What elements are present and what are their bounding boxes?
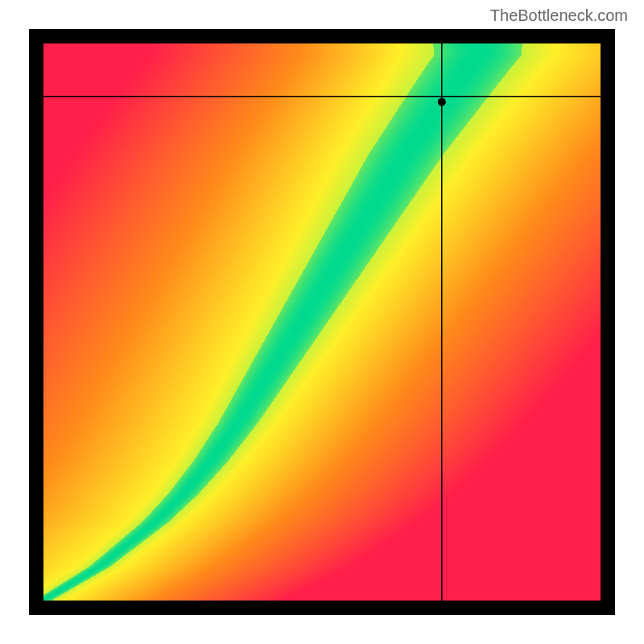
chart-container: TheBottleneck.com bbox=[0, 0, 644, 644]
watermark-text: TheBottleneck.com bbox=[490, 6, 628, 25]
heatmap-canvas bbox=[29, 29, 615, 615]
plot-area bbox=[29, 29, 615, 615]
